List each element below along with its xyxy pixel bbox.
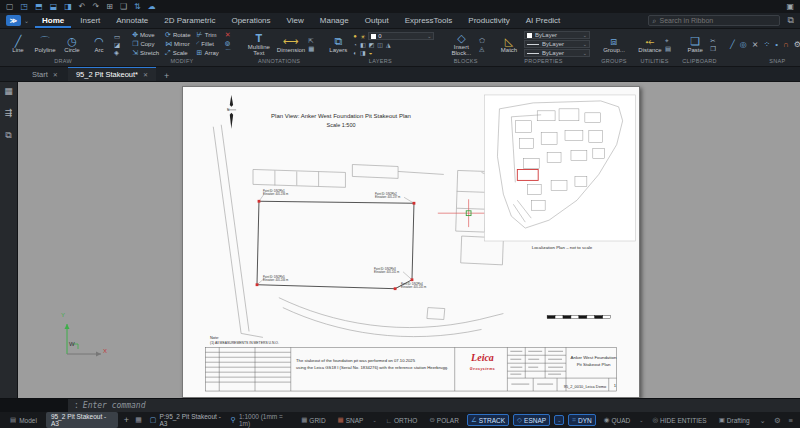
match-properties-tool[interactable]: ◺ Match xyxy=(497,35,521,54)
layer-isolate-icon[interactable]: ◔ xyxy=(353,42,357,48)
open-file-icon[interactable]: ◳ xyxy=(21,2,29,11)
drawing-canvas[interactable]: Plan View: Anker West Foundation Pit Sta… xyxy=(18,82,800,398)
rectangle-tool-icon[interactable]: ▭ xyxy=(114,33,120,40)
distance-tool[interactable]: ⤝ Distance xyxy=(638,35,662,54)
annotations-group-label[interactable]: ANNOTATIONS xyxy=(240,57,319,66)
array-tool[interactable]: ⊞Array xyxy=(197,49,219,57)
cloud-icon[interactable]: ☁ xyxy=(148,2,156,11)
notifications-icon[interactable]: ⚙ xyxy=(772,416,783,425)
toggle-strack[interactable]: ∠ STRACK xyxy=(467,414,509,426)
snap-group-label[interactable]: SNAP xyxy=(724,57,800,66)
toggle-esnap[interactable]: ◇ ESNAP xyxy=(513,414,550,426)
layer-prev-icon[interactable]: ◮ xyxy=(386,41,391,48)
snap-settings-icon[interactable]: ⚙ xyxy=(794,40,800,49)
toggle-polar[interactable]: ⊙ POLAR xyxy=(425,414,463,426)
search-input[interactable] xyxy=(659,17,774,24)
tab-manage[interactable]: Manage xyxy=(313,13,356,28)
copy-clip-icon[interactable]: ❐ xyxy=(710,45,716,52)
offset-tool[interactable]: ⊚ xyxy=(225,40,232,48)
dimension-tool[interactable]: ⟷ Dimension xyxy=(277,35,305,54)
copy-icon[interactable]: ❏ xyxy=(120,2,127,11)
leader-tool-icon[interactable]: ⇱ xyxy=(308,37,314,44)
pan-icon[interactable]: ⊞ xyxy=(106,2,113,11)
color-dropdown[interactable]: ByLayer ⌄ xyxy=(524,31,590,39)
rotate-tool[interactable]: ⟳Rotate xyxy=(165,31,191,39)
snap-node-icon[interactable]: • xyxy=(775,40,778,49)
utilities-group-label[interactable]: UTILITIES xyxy=(634,57,675,66)
layout-list-icon[interactable]: ▦ xyxy=(135,416,142,424)
statusbar-more-chevron[interactable]: ⌄ xyxy=(758,416,768,425)
properties-group-label[interactable]: PROPERTIES xyxy=(493,57,594,66)
doc-tab-start[interactable]: Start ✕ xyxy=(24,67,66,81)
new-file-icon[interactable]: ▢ xyxy=(6,2,14,11)
undo-icon[interactable]: ↶ xyxy=(79,2,86,11)
layers-tool[interactable]: ⧉ Layers xyxy=(326,35,350,54)
command-line[interactable]: : Enter command xyxy=(68,399,800,412)
modify-group-label[interactable]: MODIFY xyxy=(128,57,236,66)
tab-output[interactable]: Output xyxy=(358,13,396,28)
print-icon[interactable]: ◨ xyxy=(64,2,72,11)
paste-tool[interactable]: ❏ Paste xyxy=(683,35,707,54)
ribbon-options-icon[interactable]: ⧉ xyxy=(788,15,794,26)
snap-dropdown-chevron[interactable]: ⌄ xyxy=(371,417,377,423)
layout-tab[interactable]: 95_2 Pit Stakeout - A3 xyxy=(46,412,118,428)
layer-match-icon[interactable]: ◫ xyxy=(377,41,383,48)
app-menu-chevron-icon[interactable]: ⌄ xyxy=(24,17,29,24)
arc-tool[interactable]: ◠ Arc xyxy=(87,35,111,54)
layer-dropdown[interactable]: 0 ⌄ xyxy=(368,32,434,40)
snap-endpoint-icon[interactable]: ╱ xyxy=(730,40,735,49)
layer-merge-icon[interactable]: ◨ xyxy=(360,49,366,56)
tab-operations[interactable]: Operations xyxy=(224,13,277,28)
linetype-dropdown[interactable]: ByLayer ⌄ xyxy=(524,49,590,57)
layers-group-label[interactable]: LAYERS xyxy=(322,57,438,66)
statusbar-menu-icon[interactable]: ≡ xyxy=(787,416,795,425)
groups-group-label[interactable]: GROUPS xyxy=(598,57,630,66)
copy-tool[interactable]: ❐Copy xyxy=(132,40,159,48)
move-tool[interactable]: ✥Move xyxy=(132,31,159,39)
curve-tool[interactable]: ⌒ xyxy=(225,49,232,57)
add-layout-button[interactable]: + xyxy=(122,415,131,425)
delete-tool[interactable]: ✕ xyxy=(225,31,232,39)
layer-delete-icon[interactable]: ◒ xyxy=(369,50,373,56)
tab-insert[interactable]: Insert xyxy=(73,13,107,28)
blocks-group-label[interactable]: BLOCKS xyxy=(442,57,489,66)
layer-off-icon[interactable]: ◐ xyxy=(353,50,357,56)
doc-tab-drawing[interactable]: 95_2 Pit Stakeout* ✕ xyxy=(68,67,156,81)
close-tab-icon[interactable]: ✕ xyxy=(53,71,58,78)
line-tool[interactable]: ╱ Line xyxy=(6,35,30,54)
new-tab-button[interactable]: + xyxy=(158,71,175,81)
fillet-tool[interactable]: ◜Fillet xyxy=(197,40,219,48)
group-tool[interactable]: ⧈ Group... xyxy=(602,35,626,54)
tab-expresstools[interactable]: ExpressTools xyxy=(398,13,460,28)
toggle-ortho[interactable]: ∟ ORTHO xyxy=(382,415,422,426)
polyline-tool[interactable]: ⌒ Polyline xyxy=(33,35,57,54)
toggle-hide-entities[interactable]: ◎ HIDE ENTITIES xyxy=(648,414,710,426)
insert-block-tool[interactable]: ◇ Insert Block... xyxy=(446,32,476,56)
layer-walk-icon[interactable]: ◩ xyxy=(369,41,375,48)
save-as-icon[interactable]: ⬓ xyxy=(50,2,58,11)
cut-icon[interactable]: ✂ xyxy=(710,37,716,44)
lineweight-dropdown[interactable]: ByLayer ⌄ xyxy=(524,40,590,48)
paper-space-label[interactable]: ▢ P:95_2 Pit Stakeout - A3 xyxy=(150,413,227,427)
snap-magnet-icon[interactable]: ∩ xyxy=(783,40,789,49)
layers-panel-icon[interactable]: ⧉ xyxy=(5,130,11,141)
tab-productivity[interactable]: Productivity xyxy=(461,13,516,28)
region-tool-icon[interactable]: ◈ xyxy=(114,49,120,56)
close-tab-icon[interactable]: ✕ xyxy=(143,71,148,78)
circle-tool[interactable]: ◷ Circle xyxy=(60,35,84,54)
stretch-tool[interactable]: ⇲Stretch xyxy=(132,49,159,57)
hatch-tool-icon[interactable]: ◪ xyxy=(114,41,120,48)
draw-group-label[interactable]: DRAW xyxy=(2,57,124,66)
tab-view[interactable]: View xyxy=(280,13,311,28)
tab-home[interactable]: Home xyxy=(35,13,71,28)
id-point-icon[interactable]: ⌖ xyxy=(665,37,671,44)
scale-tool[interactable]: ⤢Scale xyxy=(165,49,191,57)
app-logo[interactable]: ≫ xyxy=(6,15,21,26)
tab-annotate[interactable]: Annotate xyxy=(109,13,155,28)
model-tab[interactable]: ▤ Model xyxy=(5,415,42,425)
annotation-scale[interactable]: ⚲ 1:1000 (1mm = 1m) xyxy=(231,413,293,427)
toggle-quad[interactable]: ◉ QUAD xyxy=(600,414,634,426)
structure-browser-icon[interactable]: ▦ xyxy=(4,86,13,96)
mirror-tool[interactable]: ⋈Mirror xyxy=(165,40,191,48)
layer-lock-icon[interactable]: ◧ xyxy=(360,41,366,48)
